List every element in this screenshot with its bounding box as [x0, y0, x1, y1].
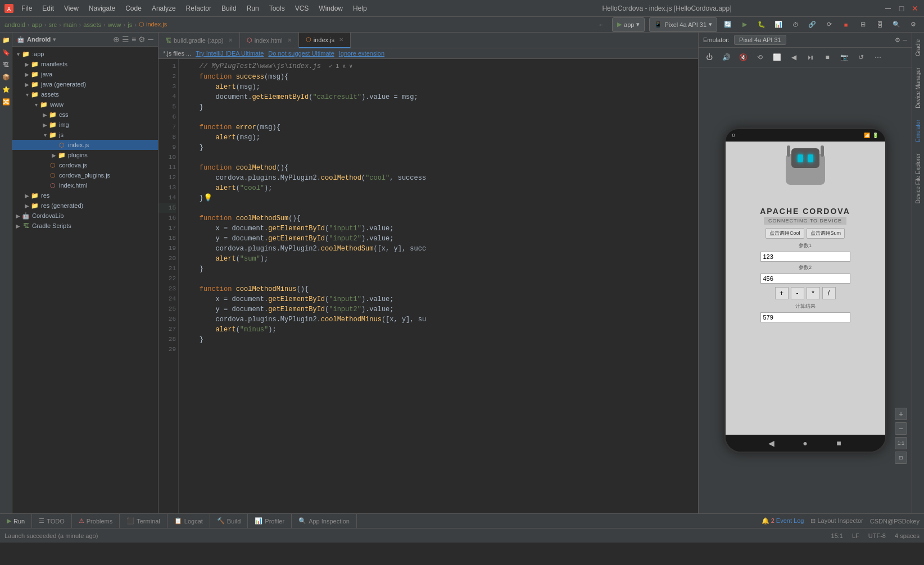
breadcrumb-app[interactable]: app — [31, 21, 42, 28]
divide-button[interactable]: / — [822, 287, 836, 299]
favorites-icon[interactable]: ⭐ — [1, 84, 11, 94]
code-editor[interactable]: 12345 678910 1112131415 1617181920 21222… — [158, 59, 698, 513]
app-inspection-tab[interactable]: 🔍 App Inspection — [292, 514, 357, 528]
tree-item-indexjs[interactable]: ⬡ index.js — [12, 140, 158, 150]
tree-item-java[interactable]: ▶ 📁 java — [12, 69, 158, 79]
emulator-settings-icon[interactable]: ⚙ — [895, 37, 900, 44]
profile-button[interactable]: ⏱ — [789, 19, 801, 31]
tree-item-app[interactable]: ▾ 📁 :app — [12, 49, 158, 59]
emulator-tab[interactable]: Emulator — [913, 115, 923, 147]
gradle-tab-close[interactable]: ✕ — [228, 37, 233, 43]
tree-item-gradle-scripts[interactable]: ▶ 🏗 Gradle Scripts — [12, 221, 158, 231]
code-text[interactable]: // MyPlugTest2\www\js\index.js ✓ 1 ∧ ∨ f… — [179, 59, 698, 513]
event-log-link[interactable]: 🔔 2 Event Log — [762, 517, 804, 525]
tree-item-cordovapluginsjs[interactable]: ⬡ cordova_plugins.js — [12, 170, 158, 180]
zoom-in-button[interactable]: + — [895, 408, 907, 420]
tree-item-assets[interactable]: ▾ 📁 assets — [12, 89, 158, 99]
settings-button[interactable]: ⚙ — [907, 19, 920, 31]
menu-window[interactable]: Window — [314, 3, 347, 13]
breadcrumb-www[interactable]: www — [108, 21, 121, 28]
emulator-close-icon[interactable]: ─ — [903, 37, 907, 44]
debug-button[interactable]: 🐛 — [755, 19, 768, 31]
plus-button[interactable]: + — [775, 287, 789, 299]
menu-vcs[interactable]: VCS — [291, 3, 314, 13]
tree-item-js-folder[interactable]: ▾ 📁 js — [12, 130, 158, 140]
menu-navigate[interactable]: Navigate — [84, 3, 120, 13]
breadcrumb-src[interactable]: src — [48, 21, 57, 28]
build-variants-icon[interactable]: 🔀 — [1, 97, 11, 107]
device-manager-tab[interactable]: Device Manager — [913, 63, 923, 113]
tablet-button[interactable]: ⬜ — [769, 50, 784, 65]
mute-button[interactable]: 🔇 — [736, 50, 750, 65]
project-minimize-icon[interactable]: ─ — [148, 35, 153, 44]
breadcrumb-main[interactable]: main — [64, 21, 77, 28]
tree-item-indexhtml[interactable]: ⬡ index.html — [12, 180, 158, 190]
phone-home-button[interactable]: ● — [800, 438, 811, 449]
tree-item-res[interactable]: ▶ 📁 res — [12, 190, 158, 201]
gradle-tab[interactable]: Gradle — [913, 35, 923, 61]
menu-edit[interactable]: Edit — [38, 3, 58, 13]
project-settings-icon[interactable]: ⚙ — [138, 35, 146, 44]
database-button[interactable]: 🗄 — [873, 19, 886, 31]
project-tool-1[interactable]: ⊕ — [113, 35, 120, 44]
back-button[interactable]: ← — [595, 19, 608, 31]
run-button[interactable]: ▶ — [739, 19, 751, 31]
layout-inspector-link[interactable]: ⊞ Layout Inspector — [810, 517, 863, 525]
more-button[interactable]: ⋯ — [871, 50, 885, 65]
build-tab[interactable]: 🔨 Build — [210, 514, 248, 528]
phone-back-button[interactable]: ◀ — [766, 438, 777, 449]
do-not-suggest-link[interactable]: Do not suggest Ultimate — [268, 50, 334, 57]
zoom-fit-button[interactable]: ⊡ — [895, 452, 907, 464]
resource-manager-icon[interactable]: 📦 — [1, 72, 11, 82]
maximize-button[interactable]: □ — [897, 4, 906, 13]
ignore-extension-link[interactable]: Ignore extension — [339, 50, 384, 57]
prev-button[interactable]: ◀ — [786, 50, 801, 65]
coverage-button[interactable]: 📊 — [772, 19, 785, 31]
tree-item-res-generated[interactable]: ▶ 📁 res (generated) — [12, 201, 158, 211]
profiler-tab[interactable]: 📊 Profiler — [248, 514, 292, 528]
html-tab-close[interactable]: ✕ — [287, 37, 292, 43]
menu-analyze[interactable]: Analyze — [147, 3, 180, 13]
breadcrumb-android[interactable]: android — [4, 21, 25, 28]
result-input[interactable] — [760, 312, 850, 322]
cool-button[interactable]: 点击调用Cool — [766, 228, 804, 239]
stop-btn[interactable]: ■ — [820, 50, 835, 65]
project-tool-3[interactable]: ≡ — [132, 35, 136, 44]
tree-item-css[interactable]: ▶ 📁 css — [12, 110, 158, 120]
menu-build[interactable]: Build — [217, 3, 241, 13]
breadcrumb-js[interactable]: js — [128, 21, 132, 28]
menu-code[interactable]: Code — [121, 3, 146, 13]
tab-js[interactable]: ⬡ index.js ✕ — [299, 33, 351, 48]
menu-refactor[interactable]: Refactor — [182, 3, 216, 13]
volume-button[interactable]: 🔊 — [719, 50, 733, 65]
try-intellij-link[interactable]: Try IntelliJ IDEA Ultimate — [196, 50, 264, 57]
param2-input[interactable] — [760, 274, 850, 284]
stop-button[interactable]: ■ — [840, 19, 852, 31]
tab-html[interactable]: ⬡ index.html ✕ — [240, 33, 299, 48]
sync-button[interactable]: 🔄 — [722, 19, 734, 31]
todo-tab[interactable]: ☰ TODO — [32, 514, 72, 528]
tree-item-www[interactable]: ▾ 📁 www — [12, 99, 158, 110]
run-config-dropdown[interactable]: ▶ app ▾ — [612, 17, 645, 32]
tree-item-plugins[interactable]: ▶ 📁 plugins — [12, 150, 158, 160]
sum-button[interactable]: 点击调用Sum — [807, 228, 845, 239]
camera-button[interactable]: 📷 — [837, 50, 851, 65]
param1-input[interactable] — [760, 252, 850, 262]
minimize-button[interactable]: ─ — [884, 4, 893, 13]
menu-tools[interactable]: Tools — [265, 3, 289, 13]
play-button[interactable]: ⏯ — [803, 50, 818, 65]
js-tab-close[interactable]: ✕ — [339, 37, 343, 43]
tree-item-img[interactable]: ▶ 📁 img — [12, 120, 158, 130]
device-file-explorer-tab[interactable]: Device File Explorer — [913, 149, 923, 208]
forward-button[interactable]: ⟳ — [823, 19, 835, 31]
menu-help[interactable]: Help — [348, 3, 372, 13]
zoom-out-button[interactable]: − — [895, 422, 907, 435]
menu-file[interactable]: File — [17, 3, 37, 13]
dropdown-icon[interactable]: ▾ — [53, 36, 56, 43]
project-tool-2[interactable]: ☰ — [122, 35, 129, 44]
run-tab[interactable]: ▶ Run — [0, 514, 32, 528]
breadcrumb-assets[interactable]: assets — [83, 21, 101, 28]
search-button[interactable]: 🔍 — [890, 19, 903, 31]
rotate-button[interactable]: ⟲ — [753, 50, 767, 65]
tree-item-cordovajs[interactable]: ⬡ cordova.js — [12, 160, 158, 170]
